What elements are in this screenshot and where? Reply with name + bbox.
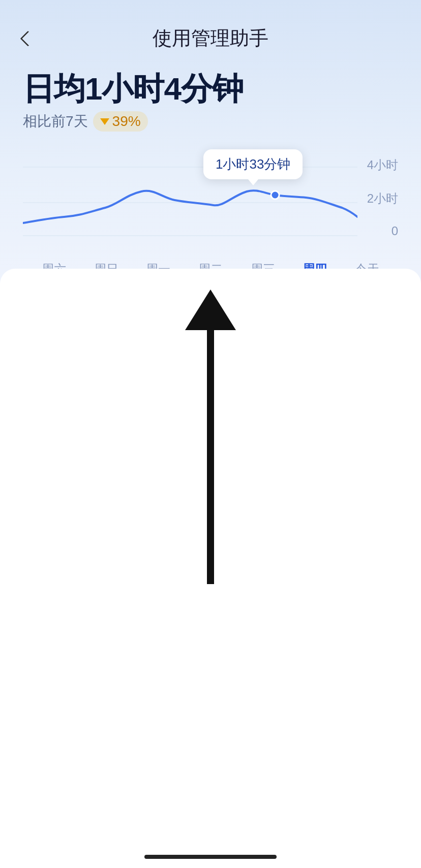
back-chevron-icon	[20, 30, 36, 46]
page-title: 使用管理助手	[153, 25, 268, 51]
content-area	[0, 269, 421, 868]
back-button[interactable]	[15, 26, 41, 51]
badge-percent: 39%	[112, 113, 141, 130]
daily-average: 日均1小时4分钟	[23, 72, 398, 106]
y-label-2h: 2小时	[367, 190, 398, 207]
active-data-point	[271, 191, 279, 199]
tooltip-text: 1小时33分钟	[216, 156, 290, 172]
comparison-badge: 39%	[93, 111, 148, 132]
y-label-4h: 4小时	[367, 157, 398, 173]
comparison-label: 相比前7天	[23, 112, 88, 131]
page: 使用管理助手 日均1小时4分钟 相比前7天 39% 1小时33分钟	[0, 0, 421, 868]
chart-tooltip: 1小时33分钟	[203, 149, 303, 179]
y-axis: 4小时 2小时 0	[360, 157, 398, 238]
comparison-row: 相比前7天 39%	[23, 111, 398, 132]
chart-inner: 1小时33分钟 4小时 2小时 0	[23, 147, 398, 259]
home-indicator	[144, 855, 277, 859]
chart-container: 1小时33分钟 4小时 2小时 0 周六 周日	[0, 147, 421, 259]
y-label-0: 0	[392, 224, 398, 238]
stats-section: 日均1小时4分钟 相比前7天 39%	[0, 61, 421, 137]
header: 使用管理助手	[0, 0, 421, 61]
line-chart	[23, 157, 357, 238]
down-arrow-icon	[100, 118, 109, 125]
